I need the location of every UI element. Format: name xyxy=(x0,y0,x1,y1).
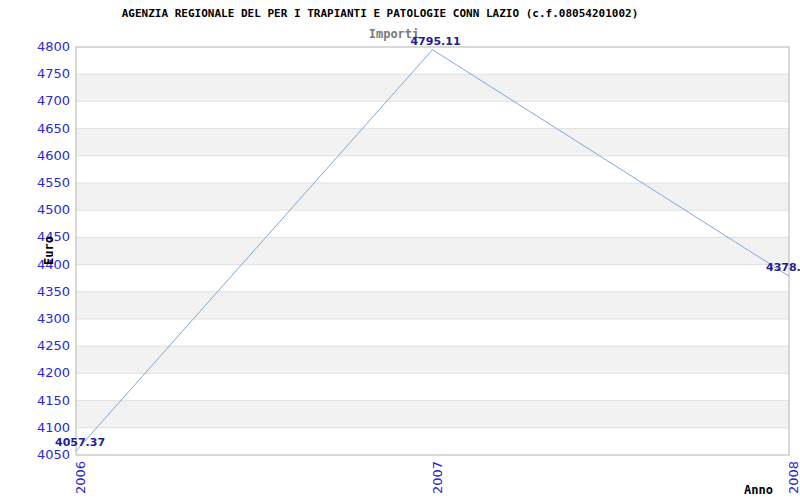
y-tick-label: 4450 xyxy=(0,229,70,245)
y-tick-label: 4750 xyxy=(0,66,70,82)
y-tick-label: 4650 xyxy=(0,121,70,137)
y-tick-label: 4250 xyxy=(0,338,70,354)
plot-band xyxy=(76,346,789,373)
plot-band xyxy=(76,74,789,101)
y-tick-label: 4550 xyxy=(0,175,70,191)
y-axis-title: Euro xyxy=(42,236,57,265)
y-tick-label: 4400 xyxy=(0,257,70,273)
point-label: 4795.11 xyxy=(409,35,463,48)
plot-band xyxy=(76,183,789,210)
y-tick-label: 4800 xyxy=(0,39,70,55)
plot-area xyxy=(0,0,800,500)
y-tick-label: 4600 xyxy=(0,148,70,164)
plot-band xyxy=(76,292,789,319)
x-tick-label: 2006 xyxy=(73,461,88,494)
y-tick-label: 4150 xyxy=(0,393,70,409)
y-tick-label: 4350 xyxy=(0,284,70,300)
point-label: 4378.9 xyxy=(766,261,800,274)
y-tick-label: 4700 xyxy=(0,93,70,109)
y-tick-label: 4500 xyxy=(0,202,70,218)
plot-band xyxy=(76,401,789,428)
x-axis-title: Anno xyxy=(744,483,773,497)
x-tick-label: 2008 xyxy=(786,461,800,494)
chart-container: AGENZIA REGIONALE DEL PER I TRAPIANTI E … xyxy=(0,0,800,500)
y-tick-label: 4050 xyxy=(0,447,70,463)
x-tick-label: 2007 xyxy=(430,461,445,494)
plot-band xyxy=(76,129,789,156)
y-tick-label: 4200 xyxy=(0,365,70,381)
y-tick-label: 4100 xyxy=(0,420,70,436)
y-tick-label: 4300 xyxy=(0,311,70,327)
plot-band xyxy=(76,237,789,264)
point-label: 4057.37 xyxy=(55,436,105,449)
